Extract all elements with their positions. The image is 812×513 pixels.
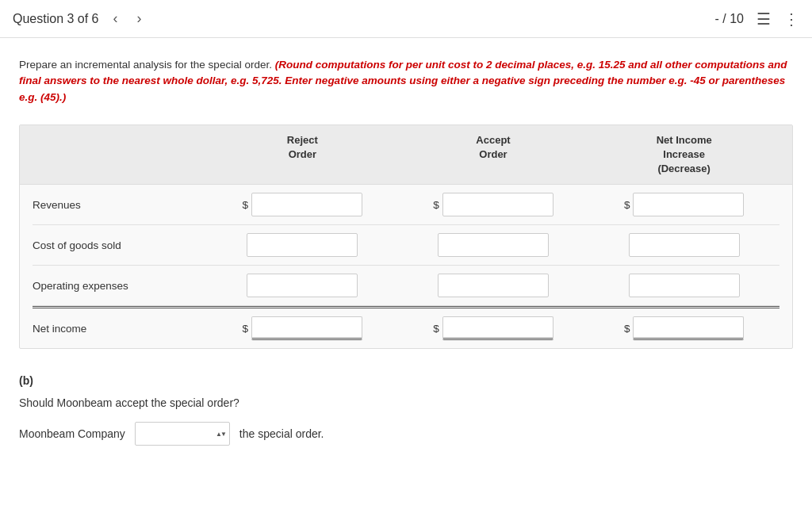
section-b-question: Should Moonbeam accept the special order… [19,396,793,409]
prev-button[interactable]: ‹ [109,9,123,29]
cell-netincome-accept: $ [398,316,589,340]
row-label-cogs: Cost of goods sold [33,239,207,251]
col-header-net: Net IncomeIncrease(Decrease) [588,133,779,177]
dollar-sign: $ [433,199,439,211]
cell-opex-net [588,274,779,297]
dropdown-wrapper: should accept should reject [135,422,230,446]
table-row: Net income $ $ $ [33,306,779,348]
next-button[interactable]: › [132,9,147,29]
instruction-prefix: Prepare an incremental analysis for the … [19,59,272,71]
list-icon-button[interactable]: ☰ [756,10,771,29]
header-left: Question 3 of 6 ‹ › [13,9,147,29]
cell-cogs-net [588,233,779,257]
opex-accept-input[interactable] [438,274,549,297]
cell-cogs-accept [398,233,589,257]
col-header-label [33,133,207,177]
cell-netincome-reject: $ [207,316,398,340]
dollar-sign: $ [243,323,249,335]
revenues-reject-input[interactable] [251,193,362,216]
cell-revenues-reject: $ [207,193,398,216]
dollar-sign: $ [243,199,249,211]
dollar-sign: $ [433,323,439,335]
moonbeam-row: Moonbeam Company should accept should re… [19,422,793,446]
table-body: Revenues $ $ $ Cost of goods sold [20,185,792,348]
netincome-accept-input[interactable] [442,316,553,340]
cogs-net-input[interactable] [629,233,740,257]
netincome-net-input[interactable] [633,316,744,340]
main-content: Prepare an incremental analysis for the … [0,38,812,513]
cell-revenues-net: $ [588,193,779,216]
row-label-opex: Operating expenses [33,280,207,292]
instruction-block: Prepare an incremental analysis for the … [19,57,793,105]
cogs-reject-input[interactable] [247,233,358,257]
section-b: (b) Should Moonbeam accept the special o… [19,374,793,446]
table-row: Cost of goods sold [33,225,779,266]
dollar-sign: $ [624,199,630,211]
col-header-reject: RejectOrder [207,133,398,177]
question-title: Question 3 of 6 [13,12,99,26]
table-row: Revenues $ $ $ [33,185,779,225]
moonbeam-prefix: Moonbeam Company [19,427,125,440]
cell-opex-reject [207,274,398,297]
col-header-accept: AcceptOrder [398,133,589,177]
moonbeam-decision-dropdown[interactable]: should accept should reject [135,422,230,446]
revenues-net-input[interactable] [633,193,744,216]
dollar-sign: $ [624,323,630,335]
score-display: - / 10 [715,12,744,26]
more-icon-button[interactable]: ⋮ [783,10,799,29]
netincome-reject-input[interactable] [251,316,362,340]
cell-cogs-reject [207,233,398,257]
row-label-netincome: Net income [33,323,207,335]
cogs-accept-input[interactable] [438,233,549,257]
row-label-revenues: Revenues [33,199,207,211]
section-b-label: (b) [19,374,793,387]
opex-reject-input[interactable] [247,274,358,297]
table-row: Operating expenses [33,266,779,306]
cell-opex-accept [398,274,589,297]
cell-netincome-net: $ [588,316,779,340]
header: Question 3 of 6 ‹ › - / 10 ☰ ⋮ [0,0,812,38]
revenues-accept-input[interactable] [442,193,553,216]
header-right: - / 10 ☰ ⋮ [715,10,799,29]
incremental-analysis-table: RejectOrder AcceptOrder Net IncomeIncrea… [19,124,793,350]
cell-revenues-accept: $ [398,193,589,216]
moonbeam-suffix: the special order. [239,427,324,440]
table-header: RejectOrder AcceptOrder Net IncomeIncrea… [20,125,792,186]
opex-net-input[interactable] [629,274,740,297]
